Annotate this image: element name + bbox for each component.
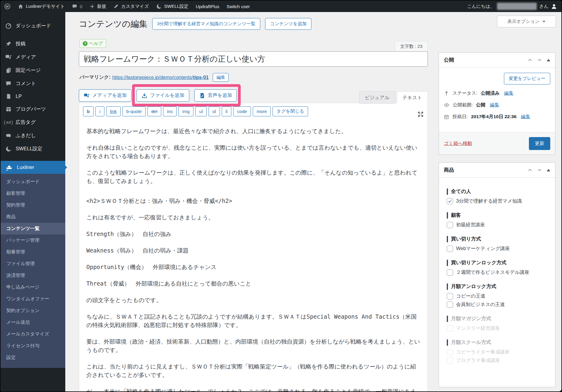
update-button[interactable]: 更新 — [529, 137, 550, 150]
toggle-panel-icon[interactable] — [547, 59, 550, 61]
quicktag-italic[interactable]: i — [95, 106, 104, 116]
sidebar-item-fukidashi[interactable]: ふきだし — [1, 129, 65, 142]
switch-user-menu[interactable]: Switch user — [223, 1, 254, 12]
fullscreen-expand-icon[interactable] — [417, 111, 424, 118]
submenu-item-files[interactable]: ファイル管理 — [1, 258, 65, 270]
checkbox-unchecked[interactable] — [447, 293, 453, 299]
help-badge[interactable]: ? ヘルプ — [79, 39, 106, 48]
toggle-panel-icon[interactable] — [547, 169, 550, 171]
move-down-icon[interactable] — [537, 167, 542, 173]
new-content-menu[interactable]: 新規 — [86, 1, 110, 12]
quicktag-img[interactable]: img — [178, 106, 193, 116]
comments-menu[interactable]: 0 — [68, 1, 86, 12]
wordpress-logo[interactable] — [1, 1, 14, 12]
sidebar-item-media[interactable]: メディア — [1, 51, 65, 64]
submenu-item-mail-send[interactable]: メール送信 — [1, 317, 65, 328]
submenu-item-order[interactable]: 順番管理 — [1, 246, 65, 258]
tab-visual[interactable]: ビジュアル — [359, 91, 395, 104]
add-audio-button[interactable]: 音声を追加 — [194, 89, 237, 102]
contents-list-button[interactable]: 3分間で理解する経営マメ知識のコンテンツ一覧 — [152, 18, 260, 30]
quicktag-ol[interactable]: ol — [208, 106, 220, 116]
quicktag-close-tags[interactable]: タグを閉じる — [273, 106, 308, 116]
product-checkbox-item[interactable]: コピーの王道 — [447, 293, 550, 299]
greeting-suffix: さん — [539, 4, 548, 9]
comment-icon — [5, 81, 12, 87]
screen-options-button[interactable]: 表示オプション — [497, 16, 556, 27]
checkbox-disabled — [447, 357, 453, 364]
submenu-item-customers[interactable]: 顧客管理 — [1, 188, 65, 199]
sidebar-item-adtags[interactable]: [ad] 広告タグ — [1, 116, 65, 129]
product-panel-header[interactable]: 商品 — [439, 163, 555, 178]
post-content-textarea[interactable]: 基本的な戦略フレームワークは、最近色々な本で紹介され、人口に膾炙するようになって… — [79, 119, 428, 392]
account-menu[interactable]: こんにちは、 さん — [463, 3, 561, 10]
sidebar-item-pages[interactable]: 固定ページ — [1, 64, 65, 77]
tab-text[interactable]: テキスト — [397, 91, 428, 103]
customize-menu[interactable]: カスタマイズ — [110, 1, 153, 12]
submenu-item-contents-list[interactable]: コンテンツ一覧 — [1, 223, 65, 234]
quicktag-more[interactable]: more — [253, 106, 271, 116]
submenu-item-application[interactable]: 申し込みページ — [1, 281, 65, 293]
quicktag-del[interactable]: del — [147, 106, 161, 116]
product-checkbox-item[interactable]: 3分間で理解する経営マメ知識 — [447, 198, 550, 204]
status-value: 公開済み — [481, 90, 499, 96]
move-to-trash-link[interactable]: ゴミ箱へ移動 — [444, 140, 472, 147]
product-checkbox-item[interactable]: 初級経営講座 — [447, 222, 550, 228]
submenu-item-license[interactable]: ライセンス付与 — [1, 340, 65, 352]
quicktag-code[interactable]: code — [233, 106, 251, 116]
move-down-icon[interactable] — [537, 57, 542, 63]
add-content-button[interactable]: コンテンツを追加 — [265, 18, 311, 30]
sidebar-item-luxliner[interactable]: Luxliner — [1, 161, 65, 174]
submenu-item-contract-options[interactable]: 契約オプション — [1, 305, 65, 317]
submenu-item-settings[interactable]: 設定 — [1, 352, 65, 363]
post-date-edit-link[interactable]: 編集 — [521, 114, 530, 120]
help-label: ヘルプ — [89, 41, 103, 46]
checkbox-unchecked[interactable] — [447, 246, 453, 252]
submenu-item-packages[interactable]: パッケージ管理 — [1, 234, 65, 246]
submenu-item-dashboard[interactable]: ダッシュボード — [1, 176, 65, 188]
checkbox-unchecked[interactable] — [447, 302, 453, 308]
checkbox-checked[interactable] — [447, 198, 453, 204]
permalink-link[interactable]: https://lastonepiece.jp/demo/contents/ti… — [112, 75, 208, 80]
status-pin-icon — [444, 91, 449, 96]
preview-changes-button[interactable]: 変更をプレビュー — [504, 73, 550, 84]
move-up-icon[interactable] — [527, 167, 533, 173]
sidebar-item-lp[interactable]: LP — [1, 90, 65, 103]
quicktag-ins[interactable]: ins — [163, 106, 177, 116]
layout-grid-icon — [5, 106, 12, 112]
quicktag-bold[interactable]: b — [83, 106, 94, 116]
sidebar-item-posts[interactable]: 投稿 — [1, 37, 65, 51]
sidebar-item-swell[interactable]: SWELL設定 — [1, 142, 65, 155]
submenu-item-contracts[interactable]: 契約管理 — [1, 199, 65, 211]
product-panel: 商品 全ての人 3分間で理解する経営マメ知識 顧客 初級経営講座 買い切り方式 … — [439, 162, 555, 387]
product-group: 全ての人 3分間で理解する経営マメ知識 — [447, 188, 550, 204]
submenu-item-onetime-offer[interactable]: ワンタイムオファー — [1, 293, 65, 305]
product-checkbox-item[interactable]: 会員制ビジネスの王道 — [447, 302, 550, 308]
status-edit-link[interactable]: 編集 — [504, 90, 514, 96]
product-group-label: 月額アンロック方式 — [447, 283, 550, 290]
checkbox-unchecked[interactable] — [447, 222, 453, 228]
publish-panel-header[interactable]: 公開 — [439, 53, 555, 68]
quicktag-ul[interactable]: ul — [195, 106, 207, 116]
submenu-item-mail-customize[interactable]: メールカスタマイズ — [1, 328, 65, 340]
updraftplus-label: UpdraftPlus — [196, 4, 219, 9]
visibility-edit-link[interactable]: 編集 — [490, 102, 499, 108]
submenu-item-payments[interactable]: 決済管理 — [1, 270, 65, 281]
post-title-input[interactable] — [79, 51, 428, 67]
quicktag-blockquote[interactable]: b-quote — [122, 106, 146, 116]
updraftplus-menu[interactable]: UpdraftPlus — [192, 1, 223, 12]
submenu-item-products[interactable]: 商品 — [1, 211, 65, 223]
add-media-button[interactable]: メディアを追加 — [79, 89, 131, 102]
permalink-edit-button[interactable]: 編集 — [213, 73, 229, 82]
product-checkbox-item[interactable]: Webマーケティング講座 — [447, 246, 550, 252]
checkbox-unchecked[interactable] — [447, 269, 453, 276]
quicktag-link[interactable]: link — [106, 106, 121, 116]
move-up-icon[interactable] — [527, 57, 533, 63]
site-menu[interactable]: Luxlinerデモサイト — [14, 1, 68, 12]
sidebar-item-blogparts[interactable]: ブログパーツ — [1, 103, 65, 116]
product-checkbox-item[interactable]: ２週間で作るビジネスモデル講座 — [447, 269, 550, 276]
quicktag-li[interactable]: li — [222, 106, 232, 116]
swell-settings-menu[interactable]: SWELL設定 — [153, 1, 192, 12]
sidebar-item-comments[interactable]: コメント — [1, 77, 65, 90]
sidebar-item-dashboard[interactable]: ダッシュボード — [1, 19, 65, 32]
add-file-button[interactable]: ファイルを追加 — [137, 89, 189, 102]
